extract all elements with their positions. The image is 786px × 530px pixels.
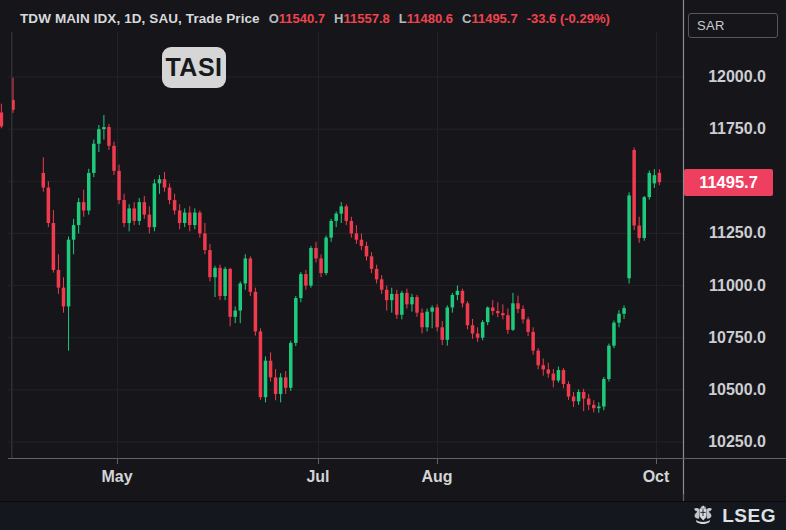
- change-value: -33.6 (-0.29%): [527, 11, 610, 26]
- candle: [547, 363, 551, 378]
- candle-body: [425, 312, 429, 328]
- candle: [340, 202, 344, 223]
- candle-body: [72, 225, 76, 240]
- lseg-logo: LSEG: [690, 505, 776, 527]
- candle-body: [132, 208, 136, 221]
- candle: [536, 348, 540, 369]
- candle: [329, 219, 333, 242]
- candle-body: [274, 377, 278, 394]
- candle-body: [254, 292, 258, 332]
- candle: [82, 190, 86, 217]
- last-price-tag: 11495.7: [684, 169, 773, 196]
- chart-legend[interactable]: TDW MAIN IDX, 1D, SAU, Trade Price O1154…: [20, 9, 610, 27]
- candle: [228, 268, 232, 326]
- candle-body: [193, 213, 197, 226]
- candle: [42, 157, 46, 191]
- candle-body: [466, 303, 470, 325]
- candle: [345, 204, 349, 225]
- candle-body: [481, 322, 485, 338]
- candle: [57, 254, 61, 294]
- candle: [385, 286, 389, 311]
- candle-body: [183, 213, 187, 223]
- candle-body: [400, 293, 404, 315]
- candle: [47, 181, 51, 227]
- candlestick-plot[interactable]: [0, 0, 786, 530]
- candle-body: [355, 233, 359, 239]
- candle: [370, 252, 374, 273]
- candle: [284, 371, 288, 394]
- candle: [168, 183, 172, 204]
- candle-body: [42, 173, 46, 188]
- candle-body: [526, 319, 530, 332]
- candle: [112, 142, 116, 175]
- candle-body: [597, 407, 601, 409]
- candle-body: [370, 256, 374, 269]
- price-tick-label: 10250.0: [708, 432, 766, 452]
- candle: [309, 246, 313, 288]
- candle: [521, 305, 525, 323]
- candle: [526, 317, 530, 336]
- candle-body: [82, 202, 86, 210]
- candle: [435, 304, 439, 331]
- candle: [259, 328, 263, 400]
- candle-body: [547, 369, 551, 373]
- candle-body: [208, 250, 212, 277]
- candle-body: [299, 274, 303, 298]
- candle-body: [163, 179, 167, 187]
- candle: [350, 217, 354, 238]
- candle-body: [582, 392, 586, 399]
- candle-body: [360, 240, 364, 246]
- candle: [193, 208, 197, 229]
- symbol-title: TDW MAIN IDX, 1D, SAU, Trade Price: [20, 11, 260, 26]
- candle: [557, 366, 561, 382]
- candle: [577, 389, 581, 404]
- lseg-crest-icon: [690, 505, 716, 527]
- candle-body: [107, 127, 111, 146]
- candle: [122, 194, 126, 227]
- candle: [375, 265, 379, 284]
- candle-body: [324, 238, 328, 273]
- candle: [254, 288, 258, 336]
- candle-body: [67, 240, 71, 307]
- ohlc-high: H11557.8: [334, 11, 390, 26]
- candle-body: [380, 279, 384, 289]
- candle: [643, 196, 647, 241]
- candle-body: [345, 206, 349, 221]
- candle-body: [637, 226, 641, 239]
- candle-body: [97, 129, 101, 144]
- candle-body: [340, 206, 344, 213]
- candle: [637, 217, 641, 243]
- candle-body: [304, 274, 308, 285]
- candle: [62, 277, 66, 312]
- candle: [486, 306, 490, 325]
- candle-body: [87, 173, 91, 211]
- time-axis-label: May: [87, 468, 147, 486]
- candle-body: [607, 346, 611, 379]
- candle-body: [329, 221, 333, 238]
- candle-body: [572, 397, 576, 402]
- candle-body: [375, 269, 379, 279]
- price-tick-label: 12000.0: [708, 67, 766, 87]
- candle: [0, 104, 3, 129]
- candle-body: [435, 307, 439, 327]
- time-axis-label: Oct: [626, 468, 686, 486]
- candle: [72, 219, 76, 254]
- candle-body: [456, 291, 460, 295]
- ohlc-open: O11540.7: [269, 11, 325, 26]
- time-axis[interactable]: MayJulAugOct: [0, 459, 683, 501]
- candle: [648, 170, 652, 199]
- candle: [102, 115, 106, 140]
- candle: [516, 296, 520, 314]
- candle: [77, 198, 81, 233]
- candle-body: [430, 307, 434, 311]
- price-axis[interactable]: SAR 12000.011750.011250.011000.010750.01…: [684, 0, 786, 500]
- candle-body: [577, 392, 581, 401]
- candle: [410, 294, 414, 312]
- candle-body: [52, 223, 56, 270]
- candle: [612, 321, 616, 349]
- candle: [632, 147, 636, 230]
- candle-body: [233, 311, 237, 317]
- candle: [592, 400, 596, 412]
- candle: [567, 382, 571, 400]
- candle: [67, 237, 71, 351]
